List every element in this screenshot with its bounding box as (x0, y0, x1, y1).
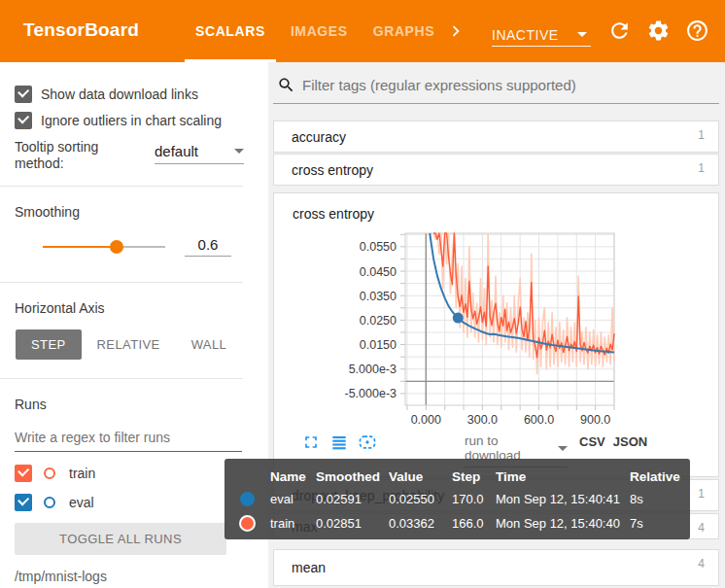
run-train-checkbox[interactable] (15, 465, 32, 482)
scalar-chart[interactable]: 0.05500.04500.03500.02500.01505.000e-3-5… (274, 193, 720, 454)
smoothing-slider-row: 0.6 (43, 236, 268, 257)
tooltip-col-time: Time (496, 469, 630, 484)
run-eval-label: eval (69, 495, 94, 510)
svg-text:0.000: 0.000 (411, 413, 441, 427)
ignore-outliers-row: Ignore outliers in chart scaling (15, 112, 268, 129)
nav-tabs: SCALARS IMAGES GRAPHS (183, 0, 447, 62)
run-train-color-circle[interactable] (44, 467, 55, 479)
horizontal-axis-buttons: STEP RELATIVE WALL (16, 329, 268, 360)
tab-scalars[interactable]: SCALARS (183, 0, 278, 62)
tooltip-cell: eval (270, 492, 316, 506)
tag-row-label: mean (292, 560, 326, 575)
header-icons (607, 18, 709, 43)
tag-row-mean[interactable]: mean 4 (273, 549, 719, 586)
chart-toolbar: run to download CSV JSON (274, 431, 718, 460)
tooltip-sorting-value: default (155, 143, 198, 159)
svg-text:0.0550: 0.0550 (360, 240, 397, 254)
tooltip-cell: 0.02851 (316, 516, 389, 531)
tooltip-cell: 8s (630, 492, 690, 506)
tooltip-col-value: Value (389, 469, 452, 484)
tooltip-col-relative: Relative (630, 469, 690, 484)
tooltip-row-train: train 0.02851 0.03362 166.0 Mon Sep 12, … (224, 511, 690, 536)
svg-text:5.000e-3: 5.000e-3 (349, 363, 397, 376)
horizontal-axis-label: Horizontal Axis (15, 300, 268, 316)
status-dropdown-value: INACTIVE (492, 27, 559, 43)
json-download-link[interactable]: JSON (613, 434, 647, 449)
divider (0, 378, 243, 379)
chart-hover-tooltip: Name Smoothed Value Step Time Relative e… (224, 459, 690, 539)
runs-filter-input[interactable] (15, 428, 242, 452)
tooltip-cell: 7s (630, 516, 690, 531)
caret-down-icon (558, 446, 568, 451)
tooltip-cell: Mon Sep 12, 15:40:40 (496, 516, 630, 531)
gear-icon[interactable] (646, 18, 671, 43)
fit-domain-icon[interactable] (358, 432, 377, 452)
divider (0, 186, 243, 187)
tooltip-cell: train (270, 516, 316, 531)
smoothing-slider-thumb[interactable] (110, 240, 123, 254)
divider (0, 282, 243, 283)
status-dropdown[interactable]: INACTIVE (492, 23, 591, 47)
tag-row-label: cross entropy (292, 162, 373, 178)
svg-text:0.0350: 0.0350 (360, 290, 397, 303)
log-directory-path: /tmp/mnist-logs (15, 569, 268, 584)
tooltip-sorting-dropdown[interactable]: default (155, 139, 244, 164)
caret-down-icon (577, 32, 587, 37)
app-title: TensorBoard (23, 19, 139, 41)
svg-text:0.0250: 0.0250 (360, 314, 397, 328)
tooltip-cell: 0.03362 (389, 516, 452, 531)
tag-count-badge: 4 (698, 521, 705, 535)
runs-label: Runs (15, 397, 268, 412)
tag-count-badge: 1 (698, 128, 705, 142)
tooltip-sorting-label: Tooltip sorting method: (15, 139, 123, 172)
help-icon[interactable] (685, 18, 709, 43)
tag-row-accuracy[interactable]: accuracy 1 (273, 121, 719, 153)
stacked-lines-icon[interactable] (329, 432, 349, 452)
show-download-links-row: Show data download links (15, 86, 268, 103)
train-run-dot (239, 515, 256, 532)
axis-wall-button[interactable]: WALL (176, 329, 243, 360)
run-eval-color-circle[interactable] (44, 497, 55, 508)
tag-filter-row (273, 76, 719, 104)
tab-images[interactable]: IMAGES (278, 0, 361, 62)
svg-text:300.0: 300.0 (467, 413, 498, 427)
toggle-all-runs-button[interactable]: TOGGLE ALL RUNS (15, 523, 226, 555)
svg-text:-5.000e-3: -5.000e-3 (344, 387, 397, 400)
run-eval-checkbox[interactable] (15, 494, 32, 511)
show-download-links-checkbox[interactable] (15, 86, 32, 103)
tooltip-cell: 0.02591 (316, 492, 389, 506)
csv-download-link[interactable]: CSV (579, 434, 605, 449)
tag-count-badge: 1 (698, 161, 705, 175)
axis-relative-button[interactable]: RELATIVE (82, 329, 176, 360)
tooltip-cell: Mon Sep 12, 15:40:41 (496, 492, 630, 506)
tag-row-cross-entropy[interactable]: cross entropy 1 (273, 154, 719, 186)
tooltip-header-row: Name Smoothed Value Step Time Relative (224, 466, 690, 487)
tensorboard-app: TensorBoard SCALARS IMAGES GRAPHS INACTI… (0, 0, 725, 588)
run-train-label: train (69, 466, 95, 481)
eval-run-dot (240, 492, 255, 506)
smoothing-value-field[interactable]: 0.6 (185, 236, 231, 257)
ignore-outliers-checkbox[interactable] (15, 112, 32, 129)
tooltip-col-smoothed: Smoothed (316, 469, 389, 484)
expand-chart-icon[interactable] (301, 432, 321, 452)
tag-count-badge: 1 (698, 487, 705, 501)
tag-filter-input[interactable] (302, 77, 717, 93)
tooltip-cell: 166.0 (452, 516, 496, 531)
smoothing-slider[interactable] (43, 246, 165, 248)
download-links: CSV JSON (579, 434, 647, 449)
app-header: TensorBoard SCALARS IMAGES GRAPHS INACTI… (0, 0, 725, 62)
caret-down-icon (234, 149, 244, 154)
scalar-chart-card: cross entropy 0.05500.04500.03500.02500.… (273, 192, 719, 477)
tag-row-label: accuracy (292, 129, 346, 145)
ignore-outliers-label: Ignore outliers in chart scaling (41, 113, 222, 128)
tooltip-col-name: Name (270, 469, 316, 484)
axis-step-button[interactable]: STEP (16, 329, 82, 360)
chart-toolbar-icons (301, 432, 377, 452)
tooltip-cell: 0.02550 (389, 492, 452, 506)
refresh-icon[interactable] (607, 18, 632, 43)
chevron-right-icon[interactable] (445, 20, 466, 42)
svg-text:0.0150: 0.0150 (360, 338, 397, 352)
svg-text:600.0: 600.0 (524, 413, 554, 427)
tab-graphs[interactable]: GRAPHS (361, 0, 448, 62)
tooltip-sorting-row: Tooltip sorting method: default (15, 139, 268, 172)
